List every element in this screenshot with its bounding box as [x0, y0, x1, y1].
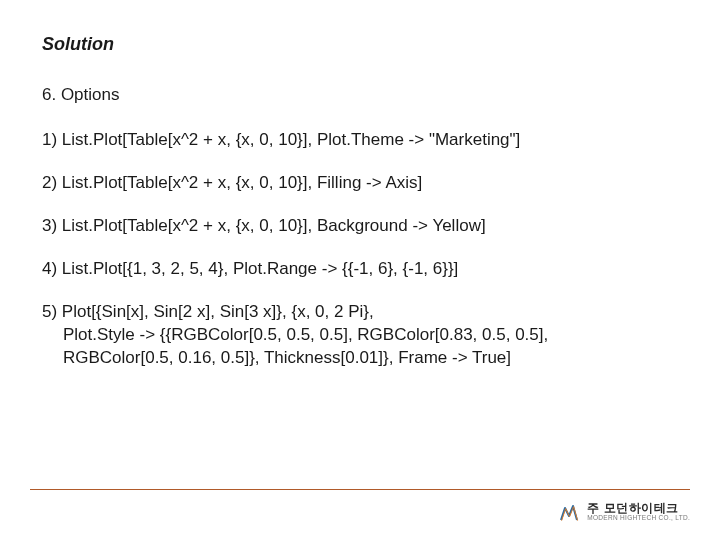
section-heading: 6. Options — [42, 85, 678, 105]
option-item-4: 4) List.Plot[{1, 3, 2, 5, 4}, Plot.Range… — [42, 258, 678, 281]
option-text: 1) List.Plot[Table[x^2 + x, {x, 0, 10}],… — [42, 130, 520, 149]
option-text: 5) Plot[{Sin[x], Sin[2 x], Sin[3 x]}, {x… — [42, 302, 374, 321]
brand-logo-icon — [559, 502, 579, 522]
option-text-cont: RGBColor[0.5, 0.16, 0.5]}, Thickness[0.0… — [42, 347, 678, 370]
option-text: 3) List.Plot[Table[x^2 + x, {x, 0, 10}],… — [42, 216, 486, 235]
brand-name-en: MODERN HIGHTECH CO., LTD. — [587, 515, 690, 522]
slide-title: Solution — [42, 34, 678, 55]
option-text: 2) List.Plot[Table[x^2 + x, {x, 0, 10}],… — [42, 173, 422, 192]
option-item-3: 3) List.Plot[Table[x^2 + x, {x, 0, 10}],… — [42, 215, 678, 238]
brand-block: 주 모던하이테크 MODERN HIGHTECH CO., LTD. — [30, 502, 690, 522]
option-item-1: 1) List.Plot[Table[x^2 + x, {x, 0, 10}],… — [42, 129, 678, 152]
footer-divider — [30, 489, 690, 490]
brand-name-kr: 주 모던하이테크 — [587, 502, 690, 515]
option-text: 4) List.Plot[{1, 3, 2, 5, 4}, Plot.Range… — [42, 259, 458, 278]
option-item-5: 5) Plot[{Sin[x], Sin[2 x], Sin[3 x]}, {x… — [42, 301, 678, 370]
brand-text: 주 모던하이테크 MODERN HIGHTECH CO., LTD. — [587, 502, 690, 521]
slide-footer: 주 모던하이테크 MODERN HIGHTECH CO., LTD. — [0, 489, 720, 522]
option-item-2: 2) List.Plot[Table[x^2 + x, {x, 0, 10}],… — [42, 172, 678, 195]
option-text-cont: Plot.Style -> {{RGBColor[0.5, 0.5, 0.5],… — [42, 324, 678, 347]
slide: Solution 6. Options 1) List.Plot[Table[x… — [0, 0, 720, 540]
